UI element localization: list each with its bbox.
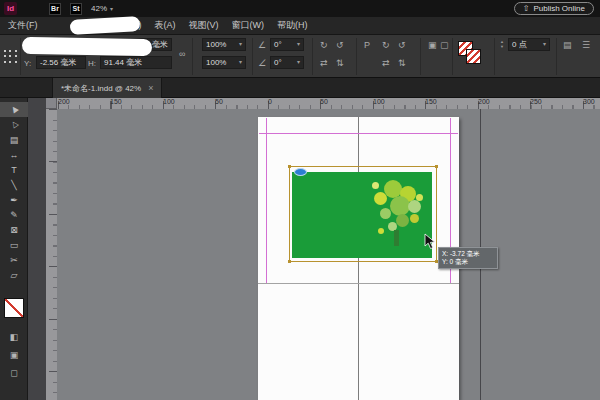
scale-y-value: 100% [206,57,226,68]
menu-help[interactable]: 帮助(H) [277,19,308,32]
reference-point-proxy[interactable] [4,50,18,64]
gap-tool[interactable]: ↔ [0,147,28,162]
formatting-container-button[interactable]: ◧ [0,330,28,344]
ruler-label: 150 [110,98,122,105]
mouse-cursor-icon [424,233,436,250]
indesign-logo-icon[interactable]: Id [4,2,17,15]
frame-handle[interactable] [435,165,438,168]
shear-field[interactable]: 0° ▾ [270,56,304,69]
select-content-icon[interactable]: ▢ [440,39,449,51]
page-tool-icon: ▤ [10,135,19,145]
ruler-label: 50 [215,98,223,105]
ruler-label: 200 [478,98,490,105]
apply-color-icon: ▣ [10,350,19,360]
ruler-label: 50 [320,98,328,105]
y-label: Y: [24,57,31,70]
type-tool-icon: T [11,165,17,175]
scale-x-value: 100% [206,39,226,50]
scale-x-field[interactable]: 100% ▾ [202,38,246,51]
ruler-label: 250 [530,98,542,105]
rotation-field[interactable]: 0° ▾ [270,38,304,51]
frame-handle[interactable] [288,165,291,168]
margin-guide-left[interactable] [266,118,267,283]
h-label: H: [88,57,96,70]
rotation-value: 0° [274,39,282,50]
chevron-down-icon[interactable]: ▾ [543,39,546,50]
apply-color-button[interactable]: ▣ [0,348,28,362]
pencil-tool[interactable]: ✎ [0,207,28,222]
screen-mode-button[interactable]: ◻ [0,366,28,380]
stock-icon[interactable]: St [70,3,82,15]
shear-angle-icon: ∠ [258,57,266,69]
stroke-weight-value: 0 点 [512,39,527,50]
free-transform-tool[interactable]: ▱ [0,267,28,282]
rotate-ccw-icon[interactable]: ↺ [398,39,406,51]
height-field[interactable]: 91.44 毫米 [100,56,172,69]
chevron-down-icon[interactable]: ▾ [239,57,242,68]
ruler-corner[interactable] [46,98,57,109]
rectangle-frame-tool-icon: ⊠ [10,225,18,235]
selection-tool[interactable]: ▶ [0,102,28,117]
line-tool[interactable]: ╲ [0,177,28,192]
gap-tool-icon: ↔ [10,150,19,160]
page-tool[interactable]: ▤ [0,132,28,147]
line-tool-icon: ╲ [11,180,16,190]
chevron-down-icon[interactable]: ▾ [239,39,242,50]
tooltip-y-value: Y: 0 毫米 [442,258,494,266]
select-container-icon[interactable]: ▣ [428,39,437,51]
stepper-down-icon[interactable]: ▼ [500,45,504,49]
rotate-cw-icon[interactable]: ↻ [382,39,390,51]
pen-tool[interactable]: ✒ [0,192,28,207]
reference-relative-icon[interactable]: P [364,39,370,51]
menu-file[interactable]: 文件(F) [8,19,38,32]
rotate-cw-icon[interactable]: ↻ [320,39,328,51]
horizontal-ruler[interactable]: 200 150 100 50 0 50 100 150 200 250 300 [57,98,600,109]
direct-selection-tool[interactable]: ▷ [0,117,28,132]
vertical-ruler[interactable] [46,109,57,400]
scale-y-field[interactable]: 100% ▾ [202,56,246,69]
scissors-tool[interactable]: ✂ [0,252,28,267]
document-tab[interactable]: *未命名-1.indd @ 42% × [52,78,162,98]
publish-online-button[interactable]: ⇧ Publish Online [514,2,594,15]
fill-stroke-none-swatch[interactable] [4,298,24,318]
rectangle-tool[interactable]: ▭ [0,237,28,252]
menu-window[interactable]: 窗口(W) [232,19,265,32]
chevron-down-icon[interactable]: ▾ [297,39,300,50]
chevron-down-icon[interactable]: ▾ [297,57,300,68]
bridge-icon[interactable]: Br [49,3,61,15]
screen-mode-icon: ◻ [10,368,17,378]
zoom-level-dropdown[interactable]: 42% ▾ [91,4,113,13]
panel-menu-icon[interactable]: ☰ [582,39,590,51]
flip-vertical-icon[interactable]: ⇅ [398,57,406,69]
upload-icon: ⇧ [523,4,530,13]
flip-horizontal-icon[interactable]: ⇄ [382,57,390,69]
stroke-weight-field[interactable]: 0 点 ▾ [508,38,550,51]
redaction-smudge [22,37,152,56]
document-tab-title: *未命名-1.indd @ 42% [61,83,141,94]
rectangle-tool-icon: ▭ [10,240,19,250]
menu-table[interactable]: 表(A) [155,19,176,32]
ruler-label: 100 [373,98,385,105]
rectangle-frame-tool[interactable]: ⊠ [0,222,28,237]
selection-tool-icon: ▶ [9,104,20,114]
flip-horizontal-icon[interactable]: ⇄ [320,57,328,69]
ruler-label: 150 [425,98,437,105]
panel-grid-icon[interactable]: ▤ [563,39,572,51]
type-tool[interactable]: T [0,162,28,177]
frame-handle[interactable] [288,260,291,263]
application-bar: Id Br St 42% ▾ ⇧ Publish Online [0,0,600,17]
pen-tool-icon: ✒ [10,195,18,205]
constrain-link-icon[interactable]: ∞ [179,48,185,60]
close-icon[interactable]: × [148,83,153,93]
publish-online-label: Publish Online [533,4,585,13]
stroke-swatch-none[interactable] [466,49,481,64]
margin-guide-top[interactable] [259,133,458,134]
selection-frame[interactable] [289,166,437,262]
menu-view[interactable]: 视图(V) [189,19,219,32]
ruler-label: 100 [163,98,175,105]
flip-vertical-icon[interactable]: ⇅ [336,57,344,69]
drag-position-tooltip: X: -3.72 毫米 Y: 0 毫米 [438,247,498,269]
rotate-ccw-icon[interactable]: ↺ [336,39,344,51]
tooltip-x-value: X: -3.72 毫米 [442,250,494,258]
y-position-field[interactable]: -2.56 毫米 [36,56,86,69]
